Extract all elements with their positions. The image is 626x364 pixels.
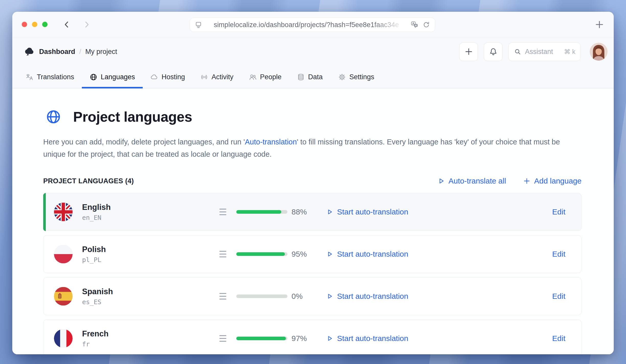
language-row-pl_PL: Polish pl_PL 95% Start auto-translation … [43, 235, 582, 273]
plus-icon [523, 177, 531, 185]
globe-icon [45, 109, 62, 125]
edit-button[interactable]: Edit [552, 208, 565, 216]
page-content: Project languages Here you can add, modi… [12, 88, 614, 354]
cloud-icon [150, 73, 158, 81]
address-bar[interactable]: simplelocalize.io/dashboard/projects/?ha… [190, 18, 435, 32]
back-button[interactable] [62, 20, 71, 29]
play-icon [437, 177, 445, 185]
add-language-button[interactable]: Add language [523, 177, 582, 185]
tab-people[interactable]: People [249, 66, 282, 88]
language-row-fr: French fr 97% Start auto-translation Edi… [43, 320, 582, 354]
tab-hosting[interactable]: Hosting [150, 66, 185, 88]
language-name: English [82, 203, 111, 212]
auto-translation-link[interactable]: Auto-translation [245, 138, 297, 146]
assistant-search[interactable]: ⌘ k [508, 42, 581, 61]
translate-icon[interactable] [410, 21, 419, 29]
browser-toolbar: simplelocalize.io/dashboard/projects/?ha… [12, 12, 614, 37]
notifications-button[interactable] [484, 42, 502, 61]
assistant-search-input[interactable] [525, 48, 556, 56]
project-tabs: Translations Languages Hosting Activity … [12, 66, 614, 88]
tab-settings[interactable]: Settings [338, 66, 374, 88]
bell-icon [489, 47, 498, 56]
play-icon [326, 208, 333, 215]
language-names: Polish pl_PL [82, 245, 106, 264]
shortcut-hint: ⌘ k [564, 48, 575, 55]
drag-handle[interactable] [219, 335, 226, 342]
forward-button[interactable] [82, 20, 91, 29]
address-bar-icons [410, 21, 430, 29]
language-key: fr [82, 340, 108, 348]
traffic-lights [22, 22, 48, 27]
section-actions: Auto-translate all Add language [437, 177, 582, 185]
play-icon [326, 251, 333, 258]
start-auto-translation-button[interactable]: Start auto-translation [326, 292, 408, 301]
language-name: Polish [82, 245, 106, 254]
tab-languages[interactable]: Languages [90, 66, 135, 88]
language-row-es_ES: Spanish es_ES 0% Start auto-translation … [43, 277, 582, 315]
language-list: English en_EN 88% Start auto-translation… [43, 193, 582, 354]
tab-translations[interactable]: Translations [26, 66, 74, 88]
drag-handle[interactable] [219, 251, 226, 257]
simplelocalize-logo[interactable] [23, 45, 36, 58]
add-language-label: Add language [534, 177, 582, 185]
section-heading: PROJECT LANGUAGES (4) [43, 177, 134, 185]
page-description: Here you can add, modify, delete project… [43, 136, 576, 160]
edit-button[interactable]: Edit [552, 250, 565, 258]
language-key: en_EN [82, 214, 111, 221]
start-auto-translation-button[interactable]: Start auto-translation [326, 208, 408, 216]
language-key: es_ES [82, 298, 113, 306]
breadcrumb-dashboard[interactable]: Dashboard [39, 48, 75, 56]
es-flag-icon [54, 287, 73, 306]
plus-icon [464, 47, 473, 56]
language-names: Spanish es_ES [82, 287, 113, 306]
page-settings-icon[interactable] [195, 21, 202, 29]
language-names: French fr [82, 329, 108, 348]
language-name: French [82, 329, 108, 338]
page-title-row: Project languages [43, 109, 582, 125]
user-avatar[interactable] [590, 43, 608, 61]
url-text[interactable]: simplelocalize.io/dashboard/projects/?ha… [202, 21, 410, 29]
progress-bar [236, 210, 287, 214]
auto-translate-all-button[interactable]: Auto-translate all [437, 177, 506, 185]
browser-window: simplelocalize.io/dashboard/projects/?ha… [12, 12, 614, 354]
fr-flag-icon [54, 329, 73, 348]
tab-data[interactable]: Data [297, 66, 323, 88]
progress-bar [236, 252, 287, 256]
description-text: Here you can add, modify, delete project… [43, 138, 245, 146]
progress-percent: 95% [292, 250, 307, 258]
app-header: Dashboard / My project ⌘ k [12, 37, 614, 66]
pl-flag-icon [54, 245, 73, 264]
start-auto-translation-button[interactable]: Start auto-translation [326, 334, 408, 343]
edit-button[interactable]: Edit [552, 334, 565, 343]
add-button[interactable] [459, 42, 478, 61]
nav-arrows [62, 20, 91, 29]
language-name: Spanish [82, 287, 113, 296]
progress-percent: 88% [292, 208, 307, 216]
close-window-button[interactable] [22, 22, 27, 27]
play-icon [326, 335, 333, 342]
breadcrumb-project[interactable]: My project [85, 48, 117, 56]
gear-icon [338, 73, 346, 81]
section-header: PROJECT LANGUAGES (4) Auto-translate all… [43, 177, 582, 185]
tab-activity[interactable]: Activity [200, 66, 233, 88]
breadcrumb: Dashboard / My project [39, 48, 117, 56]
gb-flag-icon [54, 203, 73, 221]
translate-icon [26, 73, 33, 81]
start-auto-translation-button[interactable]: Start auto-translation [326, 250, 408, 258]
language-names: English en_EN [82, 203, 111, 221]
reload-icon[interactable] [422, 21, 430, 29]
search-icon [514, 48, 521, 55]
new-tab-button[interactable] [594, 19, 605, 30]
language-row-en_EN: English en_EN 88% Start auto-translation… [43, 193, 582, 231]
auto-translate-all-label: Auto-translate all [449, 177, 506, 185]
drag-handle[interactable] [219, 209, 226, 215]
edit-button[interactable]: Edit [552, 292, 565, 301]
header-actions: ⌘ k [459, 42, 608, 61]
page-title: Project languages [73, 109, 192, 125]
play-icon [326, 293, 333, 300]
minimize-window-button[interactable] [32, 22, 37, 27]
database-icon [297, 73, 305, 81]
zoom-window-button[interactable] [42, 22, 48, 27]
drag-handle[interactable] [219, 293, 226, 300]
language-key: pl_PL [82, 256, 106, 264]
